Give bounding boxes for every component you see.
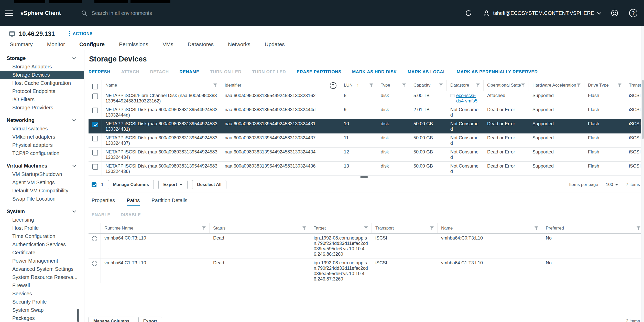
select-all-checkbox[interactable] xyxy=(92,84,98,89)
tab-updates[interactable]: Updates xyxy=(264,40,285,49)
turn-on-led-button[interactable]: TURN ON LED xyxy=(210,69,242,75)
tab-paths[interactable]: Paths xyxy=(127,198,140,206)
filter-icon[interactable] xyxy=(302,226,306,230)
tab-partition-details[interactable]: Partition Details xyxy=(151,198,187,206)
items-per-page-select[interactable]: 100 xyxy=(605,182,619,188)
filter-icon[interactable] xyxy=(618,84,621,87)
detach-button[interactable]: DETACH xyxy=(150,69,169,75)
sidebar-item-host-profile[interactable]: Host Profile xyxy=(0,224,84,232)
tab-permissions[interactable]: Permissions xyxy=(118,40,149,49)
sidebar-item-virtual-switches[interactable]: Virtual switches xyxy=(0,124,84,133)
sidebar-item-default-vm-compatibility[interactable]: Default VM Compatibility xyxy=(0,186,84,195)
filter-icon[interactable] xyxy=(439,84,443,87)
column-header-type[interactable]: Type xyxy=(377,80,410,91)
sidebar-item-authentication-services[interactable]: Authentication Services xyxy=(0,240,84,248)
row-checkbox-checked[interactable] xyxy=(92,122,98,127)
refresh-icon[interactable] xyxy=(465,9,472,17)
tab-summary[interactable]: Summary xyxy=(9,40,33,49)
sidebar-item-protocol-endpoints[interactable]: Protocol Endpoints xyxy=(0,87,84,95)
window-scrollbar-thumb[interactable] xyxy=(642,80,644,139)
sidebar-section-system[interactable]: System xyxy=(0,207,84,216)
column-header-drive-type[interactable]: Drive Type xyxy=(584,80,625,91)
sidebar-item-host-cache-configuration[interactable]: Host Cache Configuration xyxy=(0,79,84,87)
panel-splitter[interactable] xyxy=(89,192,644,192)
horizontal-scrollbar-thumb[interactable] xyxy=(360,176,368,178)
filter-icon[interactable] xyxy=(364,226,368,230)
column-header-identifier[interactable]: Identifier xyxy=(221,80,340,91)
tab-datastores[interactable]: Datastores xyxy=(187,40,214,49)
table-row[interactable]: NETAPP iSCSI/Fibre Channel Disk (naa.600… xyxy=(89,91,644,105)
refresh-button[interactable]: REFRESH xyxy=(89,69,110,75)
global-search[interactable] xyxy=(81,10,465,16)
row-checkbox[interactable] xyxy=(92,94,98,99)
row-checkbox[interactable] xyxy=(92,164,98,170)
path-row[interactable]: vmhba64:C1:T3:L10 Dead iqn.1992-08.com.n… xyxy=(89,258,644,283)
sidebar-item-swap-file-location[interactable]: Swap File Location xyxy=(0,195,84,203)
sidebar-item-power-management[interactable]: Power Management xyxy=(0,257,84,265)
column-header-datastore[interactable]: Datastore xyxy=(447,80,484,91)
sidebar-item-firewall[interactable]: Firewall xyxy=(0,281,84,289)
tab-vms[interactable]: VMs xyxy=(162,40,174,49)
filter-icon[interactable] xyxy=(637,226,640,230)
disable-button[interactable]: DISABLE xyxy=(121,212,141,217)
sidebar-item-tcpip-configuration[interactable]: TCP/IP configuration xyxy=(0,149,84,157)
column-header-name[interactable]: Name xyxy=(438,223,542,233)
sidebar-item-licensing[interactable]: Licensing xyxy=(0,216,84,224)
user-menu[interactable]: tshefi@ECOSYSTEM.CONTENT.VSPHERE xyxy=(483,9,600,17)
sidebar-scrollbar[interactable] xyxy=(77,309,79,322)
sidebar-item-packages[interactable]: Packages xyxy=(0,314,84,322)
sidebar-item-physical-adapters[interactable]: Physical adapters xyxy=(0,141,84,149)
feedback-smiley-icon[interactable] xyxy=(611,9,618,17)
filter-icon[interactable] xyxy=(402,84,406,87)
datastore-link[interactable]: eco-iscsi-ds4-vmfs5 xyxy=(456,93,480,104)
sidebar-item-security-profile[interactable]: Security Profile xyxy=(0,298,84,306)
column-header-transport[interactable]: Transport xyxy=(372,223,438,233)
column-header-status[interactable]: Status xyxy=(210,223,310,233)
sidebar-section-networking[interactable]: Networking xyxy=(0,116,84,124)
search-input[interactable] xyxy=(92,10,271,16)
manage-columns-button[interactable]: Manage Columns xyxy=(108,180,154,189)
sidebar-item-agent-vm-settings[interactable]: Agent VM Settings xyxy=(0,178,84,186)
sidebar-item-vm-startup-shutdown[interactable]: VM Startup/Shutdown xyxy=(0,170,84,178)
row-checkbox[interactable] xyxy=(92,136,98,141)
sidebar-item-system-resource-reservation[interactable]: System Resource Reserva... xyxy=(0,273,84,281)
sidebar-item-storage-providers[interactable]: Storage Providers xyxy=(0,103,84,112)
column-header-runtime-name[interactable]: Runtime Name xyxy=(101,223,210,233)
column-header-operational-state[interactable]: Operational State xyxy=(484,80,529,91)
filter-icon[interactable] xyxy=(430,226,434,230)
tab-properties[interactable]: Properties xyxy=(92,198,115,206)
sidebar-item-certificate[interactable]: Certificate xyxy=(0,248,84,257)
tab-configure[interactable]: Configure xyxy=(79,40,105,49)
table-row[interactable]: NETAPP iSCSI Disk (naa.600a0980383139544… xyxy=(89,162,644,176)
mark-as-perennially-reserved-button[interactable]: MARK AS PERENNIALLY RESERVED xyxy=(457,69,538,75)
tab-monitor[interactable]: Monitor xyxy=(47,40,66,49)
column-header-hardware-acceleration[interactable]: Hardware Acceleration xyxy=(529,80,584,91)
export-button[interactable]: Export xyxy=(158,180,188,189)
column-header-name[interactable]: Name xyxy=(102,80,221,91)
column-header-target[interactable]: Target xyxy=(310,223,372,233)
row-checkbox[interactable] xyxy=(92,108,98,113)
path-row[interactable]: vmhba64:C0:T3:L10 Dead iqn.1992-08.com.n… xyxy=(89,234,644,258)
table-row[interactable]: NETAPP iSCSI Disk (naa.600a0980383139544… xyxy=(89,105,644,119)
export-button[interactable]: Export xyxy=(138,317,162,322)
sort-ascending-icon[interactable] xyxy=(357,83,359,88)
filter-icon[interactable] xyxy=(577,84,581,87)
erase-partitions-button[interactable]: ERASE PARTITIONS xyxy=(297,69,341,75)
tab-networks[interactable]: Networks xyxy=(227,40,251,49)
table-row[interactable]: NETAPP iSCSI Disk (naa.600a0980383139544… xyxy=(89,133,644,148)
column-header-lun[interactable]: LUN xyxy=(340,80,377,91)
filter-icon[interactable] xyxy=(521,84,525,87)
column-header-capacity[interactable]: Capacity xyxy=(410,80,447,91)
filter-icon[interactable] xyxy=(213,84,217,87)
turn-off-led-button[interactable]: TURN OFF LED xyxy=(252,69,286,75)
sidebar-item-advanced-system-settings[interactable]: Advanced System Settings xyxy=(0,265,84,273)
path-radio[interactable] xyxy=(92,236,97,241)
path-radio[interactable] xyxy=(92,261,97,266)
sidebar-item-system-swap[interactable]: System Swap xyxy=(0,306,84,314)
filter-icon[interactable] xyxy=(202,226,206,230)
filter-icon[interactable] xyxy=(476,84,480,87)
menu-icon[interactable] xyxy=(5,11,13,16)
deselect-all-button[interactable]: Deselect All xyxy=(192,180,226,189)
active-filter-icon[interactable] xyxy=(330,82,336,89)
actions-button[interactable]: ACTIONS xyxy=(69,31,93,36)
